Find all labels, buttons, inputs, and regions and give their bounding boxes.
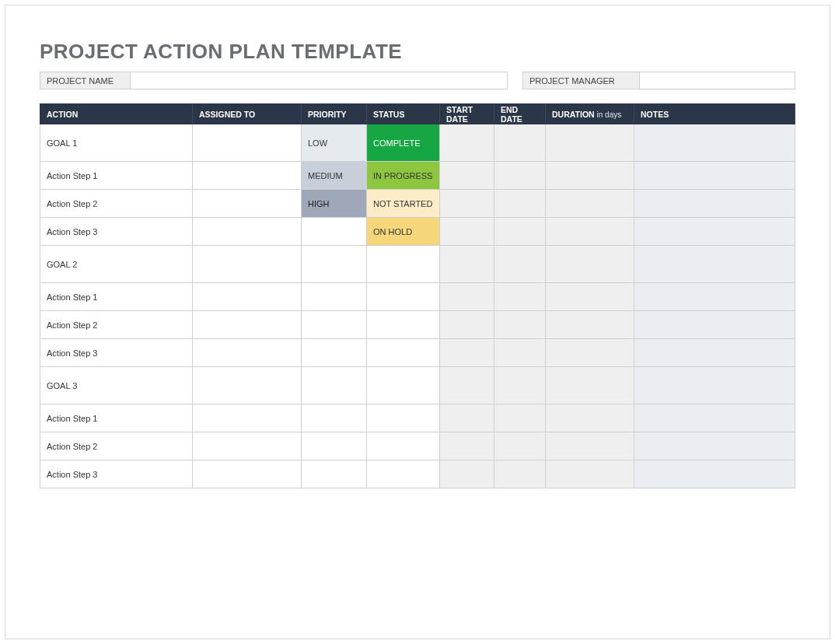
cell-status[interactable]: [367, 460, 440, 488]
cell-status[interactable]: [367, 283, 440, 311]
cell-action[interactable]: Action Step 3: [40, 218, 193, 246]
page-title: PROJECT ACTION PLAN TEMPLATE: [40, 40, 795, 64]
cell-assigned[interactable]: [193, 339, 302, 367]
cell-assigned[interactable]: [193, 460, 302, 488]
cell-action[interactable]: Action Step 3: [40, 339, 193, 367]
cell-end[interactable]: [494, 432, 546, 460]
cell-assigned[interactable]: [193, 246, 302, 283]
cell-priority[interactable]: [302, 404, 367, 432]
cell-assigned[interactable]: [193, 218, 302, 246]
cell-duration[interactable]: [546, 218, 634, 246]
cell-notes[interactable]: [634, 246, 795, 283]
cell-priority[interactable]: [302, 283, 367, 311]
cell-duration[interactable]: [546, 367, 634, 404]
cell-end[interactable]: [494, 190, 546, 218]
cell-end[interactable]: [494, 311, 546, 339]
cell-action[interactable]: Action Step 1: [40, 404, 193, 432]
cell-status[interactable]: [367, 311, 440, 339]
cell-end[interactable]: [494, 246, 546, 283]
cell-priority[interactable]: [302, 432, 367, 460]
cell-start[interactable]: [440, 246, 494, 283]
cell-end[interactable]: [494, 162, 546, 190]
cell-duration[interactable]: [546, 246, 634, 283]
cell-notes[interactable]: [634, 162, 795, 190]
project-name-input[interactable]: [131, 72, 508, 89]
cell-notes[interactable]: [634, 218, 795, 246]
cell-start[interactable]: [440, 460, 494, 488]
cell-action[interactable]: Action Step 3: [40, 460, 193, 488]
cell-status[interactable]: IN PROGRESS: [367, 162, 440, 190]
cell-notes[interactable]: [634, 124, 795, 162]
cell-action[interactable]: Action Step 1: [40, 162, 193, 190]
cell-end[interactable]: [494, 339, 546, 367]
cell-priority[interactable]: LOW: [302, 124, 367, 162]
cell-duration[interactable]: [546, 339, 634, 367]
cell-end[interactable]: [494, 124, 546, 162]
table-row: Action Step 2: [40, 311, 795, 339]
cell-priority[interactable]: [302, 339, 367, 367]
cell-assigned[interactable]: [193, 404, 302, 432]
cell-notes[interactable]: [634, 311, 795, 339]
cell-priority[interactable]: [302, 460, 367, 488]
cell-assigned[interactable]: [193, 283, 302, 311]
cell-duration[interactable]: [546, 432, 634, 460]
cell-status[interactable]: [367, 432, 440, 460]
cell-end[interactable]: [494, 218, 546, 246]
cell-priority[interactable]: [302, 311, 367, 339]
cell-status[interactable]: [367, 246, 440, 283]
cell-priority[interactable]: [302, 218, 367, 246]
cell-duration[interactable]: [546, 124, 634, 162]
cell-end[interactable]: [494, 283, 546, 311]
cell-start[interactable]: [440, 162, 494, 190]
cell-start[interactable]: [440, 404, 494, 432]
cell-duration[interactable]: [546, 162, 634, 190]
cell-priority[interactable]: MEDIUM: [302, 162, 367, 190]
cell-assigned[interactable]: [193, 162, 302, 190]
cell-notes[interactable]: [634, 460, 795, 488]
cell-assigned[interactable]: [193, 190, 302, 218]
cell-status[interactable]: NOT STARTED: [367, 190, 440, 218]
cell-status[interactable]: ON HOLD: [367, 218, 440, 246]
cell-notes[interactable]: [634, 404, 795, 432]
cell-end[interactable]: [494, 460, 546, 488]
cell-action[interactable]: GOAL 3: [40, 367, 193, 404]
cell-duration[interactable]: [546, 460, 634, 488]
cell-notes[interactable]: [634, 339, 795, 367]
cell-assigned[interactable]: [193, 124, 302, 162]
cell-action[interactable]: Action Step 2: [40, 311, 193, 339]
cell-start[interactable]: [440, 311, 494, 339]
cell-end[interactable]: [494, 367, 546, 404]
cell-priority[interactable]: [302, 246, 367, 283]
cell-duration[interactable]: [546, 311, 634, 339]
cell-action[interactable]: GOAL 2: [40, 246, 193, 283]
cell-notes[interactable]: [634, 190, 795, 218]
cell-start[interactable]: [440, 124, 494, 162]
cell-duration[interactable]: [546, 404, 634, 432]
cell-assigned[interactable]: [193, 367, 302, 404]
cell-status[interactable]: COMPLETE: [367, 124, 440, 162]
cell-start[interactable]: [440, 432, 494, 460]
cell-action[interactable]: Action Step 2: [40, 432, 193, 460]
cell-action[interactable]: Action Step 2: [40, 190, 193, 218]
cell-start[interactable]: [440, 339, 494, 367]
cell-notes[interactable]: [634, 432, 795, 460]
cell-priority[interactable]: [302, 367, 367, 404]
cell-duration[interactable]: [546, 283, 634, 311]
project-manager-input[interactable]: [640, 72, 795, 89]
cell-notes[interactable]: [634, 367, 795, 404]
cell-status[interactable]: [367, 404, 440, 432]
cell-start[interactable]: [440, 283, 494, 311]
cell-action[interactable]: GOAL 1: [40, 124, 193, 162]
cell-start[interactable]: [440, 367, 494, 404]
cell-start[interactable]: [440, 218, 494, 246]
cell-priority[interactable]: HIGH: [302, 190, 367, 218]
cell-notes[interactable]: [634, 283, 795, 311]
cell-status[interactable]: [367, 367, 440, 404]
cell-status[interactable]: [367, 339, 440, 367]
cell-assigned[interactable]: [193, 432, 302, 460]
cell-action[interactable]: Action Step 1: [40, 283, 193, 311]
cell-duration[interactable]: [546, 190, 634, 218]
cell-start[interactable]: [440, 190, 494, 218]
cell-end[interactable]: [494, 404, 546, 432]
cell-assigned[interactable]: [193, 311, 302, 339]
